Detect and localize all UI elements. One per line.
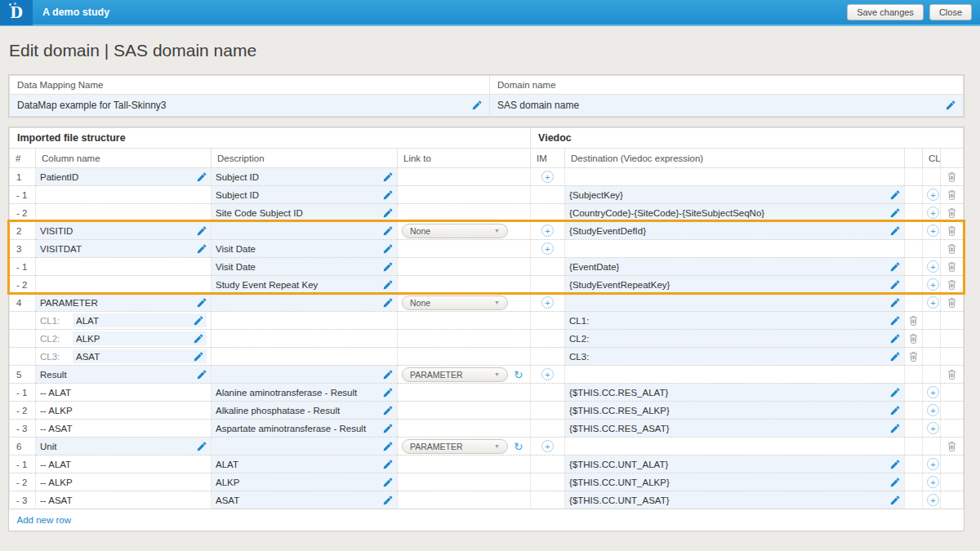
link-to-dropdown[interactable]: None▼	[402, 224, 508, 238]
description-cell[interactable]	[212, 222, 398, 240]
column-name-cell[interactable]: PARAMETER	[36, 294, 212, 312]
data-mapping-name-field[interactable]: DataMap example for Tall-Skinny3	[10, 95, 490, 117]
edit-pencil-icon[interactable]	[885, 334, 900, 344]
column-name-cell[interactable]: CL1:ALAT	[36, 312, 212, 330]
edit-pencil-icon[interactable]	[192, 370, 207, 380]
description-cell[interactable]: ASAT	[212, 491, 398, 509]
column-name-cell[interactable]: CL3:ASAT	[36, 348, 212, 366]
edit-pencil-icon[interactable]	[189, 316, 203, 326]
delete-row-icon[interactable]	[947, 189, 956, 200]
cl-add-icon[interactable]: +	[927, 476, 939, 488]
im-add-icon[interactable]: +	[541, 171, 554, 183]
destination-cell[interactable]: {$THIS.CC.RES_ASAT}	[565, 420, 905, 438]
description-cell[interactable]	[212, 366, 398, 384]
im-add-icon[interactable]: +	[541, 242, 554, 255]
edit-pencil-icon[interactable]	[941, 100, 956, 110]
cl-add-icon[interactable]: +	[927, 422, 939, 434]
link-to-dropdown[interactable]: None▼	[402, 295, 508, 310]
edit-pencil-icon[interactable]	[378, 172, 393, 182]
edit-pencil-icon[interactable]	[378, 460, 393, 469]
description-cell[interactable]: Subject ID	[212, 168, 398, 186]
delete-row-icon[interactable]	[947, 225, 956, 236]
description-cell[interactable]: Site Code Subject ID	[212, 204, 398, 222]
delete-row-icon[interactable]	[947, 261, 956, 272]
edit-pencil-icon[interactable]	[885, 280, 900, 290]
edit-pencil-icon[interactable]	[885, 352, 900, 362]
edit-pencil-icon[interactable]	[885, 406, 900, 415]
link-to-dropdown[interactable]: PARAMETER▼	[402, 367, 508, 382]
destination-cell[interactable]: {$THIS.CC.RES_ALAT}	[565, 384, 905, 402]
destination-cell[interactable]: {EventDate}	[565, 258, 905, 276]
destination-cell[interactable]: {StudyEventDefId}	[565, 222, 905, 240]
close-button[interactable]: Close	[929, 4, 972, 20]
cl-add-icon[interactable]: +	[927, 494, 939, 506]
viedoc-logo[interactable]: D	[0, 0, 33, 25]
description-cell[interactable]: Study Event Repeat Key	[212, 276, 398, 294]
destination-cell[interactable]: {SubjectKey}	[565, 186, 905, 204]
delete-row-icon[interactable]	[947, 171, 956, 182]
edit-pencil-icon[interactable]	[189, 334, 203, 344]
delete-row-icon[interactable]	[947, 207, 956, 218]
edit-pencil-icon[interactable]	[885, 478, 900, 487]
edit-pencil-icon[interactable]	[192, 226, 207, 236]
description-cell[interactable]	[212, 438, 398, 455]
cl-add-icon[interactable]: +	[927, 207, 939, 219]
edit-pencil-icon[interactable]	[378, 388, 393, 398]
refresh-arrows-icon[interactable]: ↻	[514, 441, 523, 452]
destination-cell[interactable]: {$THIS.CC.RES_ALKP}	[565, 402, 905, 420]
cl-add-icon[interactable]: +	[927, 260, 939, 273]
edit-pencil-icon[interactable]	[885, 495, 900, 505]
destination-cell[interactable]: CL1:	[565, 312, 905, 330]
column-name-cell[interactable]: VISITDAT	[36, 240, 212, 258]
edit-pencil-icon[interactable]	[885, 316, 900, 326]
destination-cell[interactable]: {$THIS.CC.UNT_ASAT}	[565, 491, 905, 509]
delete-row-icon[interactable]	[947, 369, 956, 380]
edit-pencil-icon[interactable]	[378, 208, 393, 218]
edit-pencil-icon[interactable]	[885, 190, 900, 200]
save-changes-button[interactable]: Save changes	[847, 4, 924, 20]
description-cell[interactable]: Visit Date	[212, 258, 398, 276]
destination-cell[interactable]	[565, 294, 905, 312]
cl-add-icon[interactable]: +	[927, 278, 939, 291]
edit-pencil-icon[interactable]	[378, 226, 393, 236]
cl-add-icon[interactable]: +	[927, 296, 939, 309]
im-add-icon[interactable]: +	[541, 296, 554, 309]
edit-pencil-icon[interactable]	[885, 226, 900, 236]
destination-cell[interactable]: {$THIS.CC.UNT_ALAT}	[565, 455, 905, 473]
destination-cell[interactable]: CL2:	[565, 330, 905, 348]
domain-name-field[interactable]: SAS domain name	[490, 95, 964, 117]
description-cell[interactable]: Aspartate aminotransferase - Result	[212, 420, 398, 438]
edit-pencil-icon[interactable]	[192, 244, 207, 254]
refresh-arrows-icon[interactable]: ↻	[514, 369, 523, 380]
destination-cell[interactable]: CL3:	[565, 348, 905, 366]
edit-pencil-icon[interactable]	[378, 244, 393, 254]
edit-pencil-icon[interactable]	[885, 208, 900, 218]
edit-pencil-icon[interactable]	[378, 298, 393, 308]
cl-add-icon[interactable]: +	[927, 189, 939, 201]
column-name-cell[interactable]: Unit	[36, 438, 212, 455]
column-name-cell[interactable]: PatientID	[36, 168, 212, 186]
edit-pencil-icon[interactable]	[885, 424, 900, 433]
edit-pencil-icon[interactable]	[192, 442, 207, 451]
edit-pencil-icon[interactable]	[189, 352, 203, 362]
im-add-icon[interactable]: +	[541, 224, 554, 237]
cl-add-icon[interactable]: +	[927, 404, 939, 416]
delete-codelist-icon[interactable]	[909, 333, 918, 344]
column-name-cell[interactable]: CL2:ALKP	[36, 330, 212, 348]
edit-pencil-icon[interactable]	[192, 298, 207, 308]
edit-pencil-icon[interactable]	[378, 280, 393, 290]
description-cell[interactable]: ALKP	[212, 473, 398, 491]
destination-cell[interactable]: {CountryCode}-{SiteCode}-{SiteSubjectSeq…	[565, 204, 905, 222]
description-cell[interactable]: Subject ID	[212, 186, 398, 204]
edit-pencil-icon[interactable]	[885, 460, 900, 469]
delete-row-icon[interactable]	[947, 441, 956, 451]
im-add-icon[interactable]: +	[541, 368, 554, 380]
edit-pencil-icon[interactable]	[885, 388, 900, 398]
edit-pencil-icon[interactable]	[885, 298, 900, 308]
cl-add-icon[interactable]: +	[927, 458, 939, 470]
add-new-row-link[interactable]: Add new row	[17, 515, 71, 525]
delete-row-icon[interactable]	[947, 243, 956, 254]
delete-codelist-icon[interactable]	[909, 351, 918, 362]
link-to-dropdown[interactable]: PARAMETER▼	[402, 439, 508, 454]
cl-add-icon[interactable]: +	[927, 386, 939, 398]
